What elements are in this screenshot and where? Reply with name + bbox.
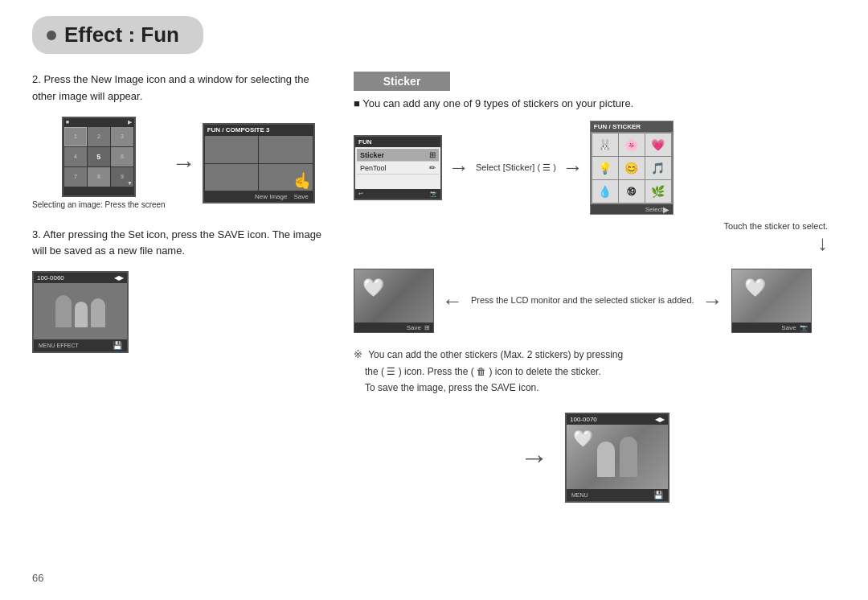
heart-sticker: 🤍 [362, 277, 384, 298]
sticker-cell-leaf: 🌿 [645, 180, 671, 203]
sticker-cell-heart: 💗 [645, 134, 671, 156]
file-label-1: 100-0060 [37, 274, 64, 282]
menu-spacer [357, 175, 439, 187]
new-image-btn-label: New Image [255, 193, 287, 200]
composite-cell-2 [259, 136, 313, 163]
thumbnail-grid-screen: ■▶ 1 2 3 4 5 6 7 8 9▼ [62, 117, 136, 197]
composite-screen: FUN / COMPOSITE 3 ☝ New Image Save [203, 123, 315, 203]
person-1 [55, 295, 72, 327]
arrow-right-step2: → [172, 150, 196, 177]
saved-heart-sticker: 🤍 [573, 429, 593, 448]
touch-label: Touch the sticker to select. [723, 221, 828, 231]
sticker-picker-screen: FUN / STICKER 🐰 🌸 💗 💡 😊 🎵 💧 ⑲ 🌿 [590, 121, 674, 215]
thumb-8: 8 [88, 167, 110, 187]
save-body [34, 283, 127, 339]
thumb-6: 6 [111, 147, 133, 166]
sticker-cell-drop: 💧 [592, 180, 618, 203]
fun-menu-bottom: ↩ 📷 [355, 189, 440, 199]
sticker-header: Sticker [354, 72, 450, 91]
save-btn-label: Save [293, 193, 308, 200]
sticker-picker-top: FUN / STICKER [591, 121, 673, 132]
sticker-cell-flower: 🌸 [619, 134, 645, 156]
save-screen: 100-0060 ◀▶ MENU EFFECT 💾 [32, 271, 129, 353]
thumb-5-active: 5 [88, 147, 110, 166]
step3-text: 3. After pressing the Set icon, press th… [32, 227, 330, 261]
sticker-row-1: FUN Sticker ⊞ PenTool ✏ [354, 121, 836, 215]
final-save-icon: 💾 [653, 491, 663, 499]
composite-bottom-bar: New Image Save [204, 191, 313, 202]
arrow-to-select: → [448, 155, 469, 180]
pentool-item-label: PenTool [360, 164, 387, 172]
thumb-1: 1 [64, 127, 87, 146]
menu-effect-label: MENU EFFECT [39, 343, 79, 348]
composite-cell-4: ☝ [259, 164, 313, 191]
cam-icon: 📷 [430, 191, 437, 197]
title-bar: Effect : Fun [32, 16, 203, 54]
file-label-2: 100-0070 [570, 416, 597, 423]
sticker-btn-icon: ⊞ [424, 324, 430, 331]
note-line-1: You can add the other stickers (Max. 2 s… [368, 349, 623, 360]
fun-menu-body: Sticker ⊞ PenTool ✏ [355, 147, 440, 189]
screen-bottombar [63, 187, 134, 195]
page-number: 66 [32, 572, 43, 584]
left-column: 2. Press the New Image icon and a window… [32, 72, 330, 503]
final-photo-bar: Save 📷 [732, 323, 811, 332]
thumb-4: 4 [64, 147, 87, 166]
sticker-item-icon: ⊞ [429, 150, 436, 159]
person-2 [75, 302, 88, 327]
couple-group [597, 437, 637, 477]
select-btn-label: Select [645, 206, 663, 213]
arrow-to-picker: → [563, 155, 583, 180]
final-photo-body: 🤍 [567, 425, 668, 489]
save-btn-sticker: Save [407, 324, 421, 331]
person-bride [597, 442, 615, 477]
composite-cell-1 [205, 136, 259, 163]
step2-caption: Selecting an image: Press the screen [32, 199, 166, 211]
sticker-cell-music: 🎵 [645, 157, 671, 179]
final-heart-sticker: 🤍 [744, 277, 766, 298]
final-save-top: 100-0070 ◀▶ [567, 414, 668, 425]
sticker-nav-icon: ▶ [663, 205, 669, 214]
right-column: Sticker ■ You can add any one of 9 types… [354, 72, 836, 503]
sticker-grid: 🐰 🌸 💗 💡 😊 🎵 💧 ⑲ 🌿 [591, 132, 673, 204]
touch-label-area: Touch the sticker to select. ↓ [354, 221, 836, 256]
sticker-section: Sticker ■ You can add any one of 9 types… [354, 72, 836, 503]
composite-grid: ☝ [204, 135, 313, 191]
press-label: Press the LCD monitor and the selected s… [471, 294, 694, 308]
final-save-label: Save [781, 324, 796, 331]
note-section: ※ You can add the other stickers (Max. 2… [354, 346, 836, 397]
note-line-3: To save the image, press the SAVE icon. [365, 382, 539, 393]
arrow-left-sticker: ← [442, 289, 463, 314]
arrow-right-final: → [702, 289, 723, 314]
person-3 [91, 298, 105, 327]
save-icon: 💾 [113, 341, 122, 350]
sticker-cell-smile: 😊 [619, 157, 645, 179]
page-title: Effect : Fun [64, 23, 179, 47]
step2-text: 2. Press the New Image icon and a window… [32, 72, 330, 105]
final-photo-sticker: 🤍 Save 📷 [731, 269, 812, 333]
person-groom [620, 437, 637, 477]
sticker-item: Sticker ⊞ [357, 149, 439, 162]
composite-cell-3 [205, 164, 259, 191]
photo-content [55, 295, 105, 327]
main-layout: 2. Press the New Image icon and a window… [32, 72, 836, 503]
right-rows: FUN Sticker ⊞ PenTool ✏ [354, 121, 836, 333]
step2-image-row: ■▶ 1 2 3 4 5 6 7 8 9▼ Selecting [32, 117, 330, 211]
title-dot [47, 31, 56, 40]
photo-sticker-bar: Save ⊞ [354, 323, 433, 332]
note-symbol: ※ [354, 348, 362, 360]
bottom-arrow-right: → [520, 441, 549, 475]
sticker-item-label: Sticker [360, 151, 384, 159]
thumb-2: 2 [88, 127, 110, 146]
photo-with-sticker: 🤍 Save ⊞ [354, 269, 434, 333]
fun-menu-screen: FUN Sticker ⊞ PenTool ✏ [354, 135, 442, 200]
thumb-7: 7 [64, 167, 87, 187]
sticker-desc: ■ You can add any one of 9 types of stic… [354, 97, 836, 109]
thumbnail-grid: 1 2 3 4 5 6 7 8 9▼ [63, 126, 134, 187]
pentool-item-icon: ✏ [429, 163, 436, 172]
sticker-cell-bunny: 🐰 [592, 134, 618, 156]
select-sticker-label: Select [Sticker] ( ☰ ) [476, 161, 556, 175]
final-menu-label: MENU [571, 492, 588, 498]
step3-image-wrap: 100-0060 ◀▶ MENU EFFECT 💾 [32, 271, 330, 353]
sticker-picker-bottom: Select ▶ [591, 204, 673, 214]
